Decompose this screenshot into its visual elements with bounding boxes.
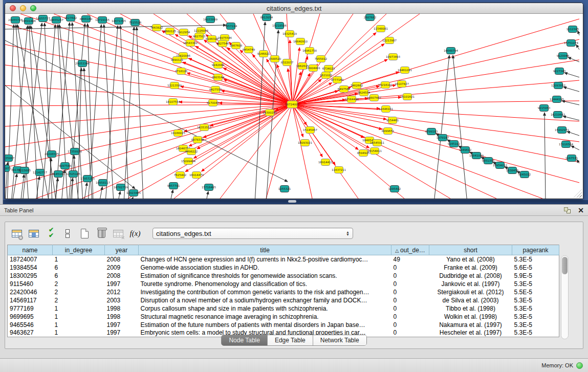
function-builder-icon[interactable]: f(x) <box>128 227 142 240</box>
table-cell[interactable]: 9699695 <box>8 313 53 321</box>
table-cell[interactable]: 18724007 <box>8 255 53 264</box>
column-header-pagerank[interactable]: pagerank <box>512 245 559 255</box>
table-cell[interactable]: 0 <box>391 280 429 288</box>
table-cell[interactable]: 1 <box>53 321 105 329</box>
table-cell[interactable]: 2 <box>53 280 105 288</box>
table-cell[interactable]: 1 <box>53 304 105 313</box>
table-cell[interactable]: 18300295 <box>8 272 53 280</box>
table-cell[interactable]: Genome-wide association studies in ADHD. <box>139 264 391 272</box>
show-columns-icon[interactable] <box>27 227 40 240</box>
table-cell[interactable]: 1 <box>53 313 105 321</box>
table-row[interactable]: 2242004622012Investigating the contribut… <box>8 288 559 296</box>
column-header-out_de[interactable]: △out_de… <box>391 245 429 255</box>
table-cell[interactable]: Estimation of the future numbers of pati… <box>139 321 391 329</box>
table-cell[interactable]: 1997 <box>105 321 139 329</box>
table-cell[interactable]: 1998 <box>105 313 139 321</box>
table-cell[interactable]: 5.3E-5 <box>512 313 559 321</box>
close-window-button[interactable] <box>10 5 16 11</box>
table-cell[interactable]: 0 <box>391 296 429 304</box>
network-canvas[interactable]: 2405572420691406160557271065525715276028… <box>5 14 583 199</box>
splitter-handle[interactable] <box>288 200 296 203</box>
table-cell[interactable]: 5.5E-5 <box>512 288 559 296</box>
table-cell[interactable]: 1998 <box>105 304 139 313</box>
table-cell[interactable]: 0 <box>391 313 429 321</box>
table-cell[interactable]: 0 <box>391 304 429 313</box>
table-row[interactable]: 911546021997Tourette syndrome. Phenomeno… <box>8 280 559 288</box>
column-header-title[interactable]: title <box>139 245 391 255</box>
table-cell[interactable]: 9465546 <box>8 321 53 329</box>
table-cell[interactable]: Stergiakouli et al. (2012) <box>429 288 512 296</box>
table-cell[interactable]: de Silva et al. (2003) <box>429 296 512 304</box>
table-cell[interactable]: 2008 <box>105 272 139 280</box>
table-cell[interactable]: Disruption of a novel member of a sodium… <box>139 296 391 304</box>
scrollbar-thumb[interactable] <box>562 257 568 274</box>
table-row[interactable]: 1938455462009Genome-wide association stu… <box>8 264 559 272</box>
zoom-window-button[interactable] <box>30 5 36 11</box>
table-cell[interactable]: 6 <box>53 272 105 280</box>
table-cell[interactable]: 19384554 <box>8 264 53 272</box>
table-cell[interactable]: 0 <box>391 321 429 329</box>
delete-table-icon[interactable]: ✕ <box>112 227 125 240</box>
table-cell[interactable]: 5.9E-5 <box>512 272 559 280</box>
column-header-name[interactable]: name <box>8 245 53 255</box>
memory-indicator[interactable] <box>576 362 583 369</box>
tab-edge-table[interactable]: Edge Table <box>268 335 313 345</box>
table-cell[interactable]: 5.6E-5 <box>512 264 559 272</box>
table-selector-dropdown[interactable]: citations_edges.txt ▲▼ <box>153 228 353 239</box>
table-row[interactable]: 1872400712008Changes of HCN gene express… <box>8 255 559 264</box>
table-cell[interactable]: 2 <box>53 296 105 304</box>
table-cell[interactable]: 5.3E-5 <box>512 280 559 288</box>
table-cell[interactable]: Yano et al. (2008) <box>429 255 512 264</box>
table-cell[interactable]: 1 <box>53 255 105 264</box>
table-cell[interactable]: Jankovic et al. (1997) <box>429 280 512 288</box>
table-cell[interactable]: 0 <box>391 288 429 296</box>
select-all-icon[interactable]: ✔✔ <box>44 227 57 240</box>
new-table-icon[interactable] <box>78 227 91 240</box>
table-cell[interactable]: Nakamura et al. (1997) <box>429 321 512 329</box>
table-cell[interactable]: Tourette syndrome. Phenomenology and cla… <box>139 280 391 288</box>
table-row[interactable]: 1456911722003Disruption of a novel membe… <box>8 296 559 304</box>
table-cell[interactable]: Structural magnetic resonance image aver… <box>139 313 391 321</box>
table-cell[interactable]: 2008 <box>105 255 139 264</box>
close-panel-icon[interactable]: ✕ <box>578 207 584 213</box>
table-cell[interactable]: 2 <box>53 288 105 296</box>
table-cell[interactable]: Tibbo et al. (1998) <box>429 304 512 313</box>
table-cell[interactable]: 0 <box>391 272 429 280</box>
table-cell[interactable]: 5.3E-5 <box>512 296 559 304</box>
network-window[interactable]: citations_edges.txt 24055724206914061605… <box>5 3 583 199</box>
table-cell[interactable]: Wolkin et al. (1998) <box>429 313 512 321</box>
vertical-scrollbar[interactable] <box>561 255 569 339</box>
column-header-in_degree[interactable]: in_degree <box>53 245 105 255</box>
table-cell[interactable]: 5.3E-5 <box>512 304 559 313</box>
delete-rows-icon[interactable] <box>95 227 108 240</box>
table-cell[interactable]: Changes of HCN gene expression and I(f) … <box>139 255 391 264</box>
tab-node-table[interactable]: Node Table <box>222 335 268 345</box>
table-row[interactable]: 946554611997Estimation of the future num… <box>8 321 559 329</box>
table-cell[interactable]: 0 <box>391 264 429 272</box>
table-cell[interactable]: 2003 <box>105 296 139 304</box>
column-header-short[interactable]: short <box>429 245 512 255</box>
table-cell[interactable]: Dudbridge et al. (2008) <box>429 272 512 280</box>
table-cell[interactable]: Franke et al. (2009) <box>429 264 512 272</box>
table-cell[interactable]: 5.3E-5 <box>512 255 559 264</box>
table-cell[interactable]: 22420046 <box>8 288 53 296</box>
row-height-icon[interactable] <box>61 227 74 240</box>
table-cell[interactable]: 9777169 <box>8 304 53 313</box>
table-cell[interactable]: 49 <box>391 255 429 264</box>
float-panel-icon[interactable] <box>564 207 571 213</box>
network-window-titlebar[interactable]: citations_edges.txt <box>5 3 583 14</box>
table-cell[interactable]: 2012 <box>105 288 139 296</box>
table-cell[interactable]: 14569117 <box>8 296 53 304</box>
table-cell[interactable]: 6 <box>53 264 105 272</box>
table-settings-icon[interactable] <box>10 227 24 240</box>
table-cell[interactable]: 9115460 <box>8 280 53 288</box>
minimize-window-button[interactable] <box>20 5 26 11</box>
table-cell[interactable]: Investigating the contribution of common… <box>139 288 391 296</box>
citation-network-graph[interactable]: 2405572420691406160557271065525715276028… <box>5 14 583 199</box>
table-row[interactable]: 1830029562008Estimation of significance … <box>8 272 559 280</box>
table-row[interactable]: 977716911998Corpus callosum shape and si… <box>8 304 559 313</box>
table-cell[interactable]: 2009 <box>105 264 139 272</box>
table-cell[interactable]: Corpus callosum shape and size in male p… <box>139 304 391 313</box>
table-cell[interactable]: 1997 <box>105 280 139 288</box>
table-cell[interactable]: 5.3E-5 <box>512 321 559 329</box>
